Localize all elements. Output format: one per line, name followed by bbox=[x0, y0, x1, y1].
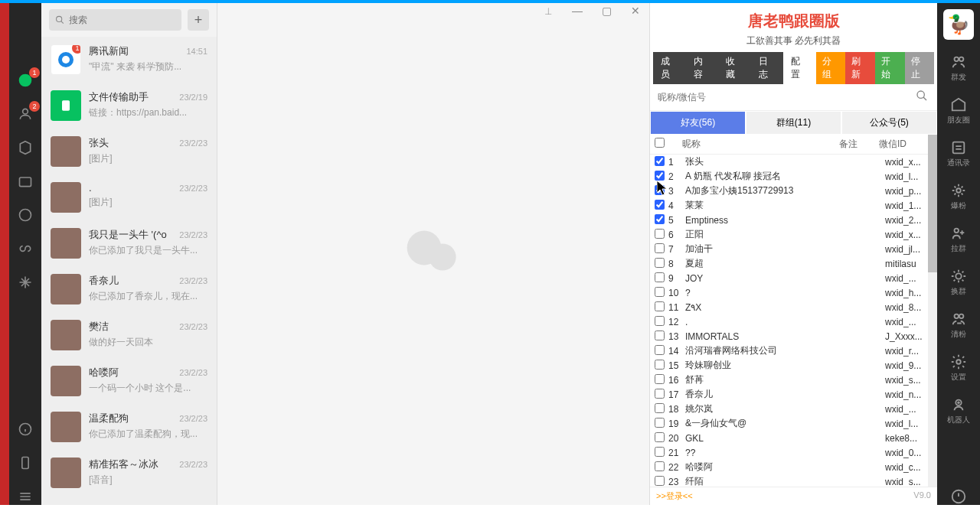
table-row[interactable]: 7加油干wxid_jl... bbox=[650, 242, 937, 256]
row-checkbox[interactable] bbox=[655, 272, 665, 282]
table-row[interactable]: 15玲妹聊创业wxid_9... bbox=[650, 358, 937, 373]
table-row[interactable]: 4莱莱wxid_1... bbox=[650, 198, 937, 213]
folder-icon[interactable] bbox=[17, 173, 34, 190]
table-row[interactable]: 8夏超mitilasu bbox=[650, 256, 937, 271]
select-all-checkbox[interactable] bbox=[655, 138, 665, 148]
row-checkbox[interactable] bbox=[655, 476, 665, 486]
minimize-icon[interactable]: — bbox=[570, 5, 585, 17]
filter-input[interactable] bbox=[655, 89, 911, 106]
right-nav-item[interactable]: 通讯录 bbox=[947, 139, 970, 168]
contacts-icon[interactable]: 2 bbox=[17, 106, 34, 122]
row-checkbox[interactable] bbox=[655, 403, 665, 413]
right-nav-item[interactable]: 清粉 bbox=[950, 311, 967, 340]
row-checkbox[interactable] bbox=[655, 316, 665, 326]
row-checkbox[interactable] bbox=[655, 432, 665, 442]
row-checkbox[interactable] bbox=[655, 200, 665, 210]
power-icon[interactable] bbox=[950, 488, 967, 505]
tab-members[interactable]: 成员 bbox=[653, 52, 686, 84]
row-checkbox[interactable] bbox=[655, 389, 665, 399]
row-checkbox[interactable] bbox=[655, 301, 665, 311]
row-checkbox[interactable] bbox=[655, 447, 665, 457]
close-icon[interactable]: ✕ bbox=[628, 5, 643, 17]
table-row[interactable]: 14沿河瑞睿网络科技公司wxid_r... bbox=[650, 344, 937, 358]
subtab-friends[interactable]: 好友(56) bbox=[650, 111, 746, 135]
info-icon[interactable] bbox=[17, 421, 34, 438]
subtab-public[interactable]: 公众号(5) bbox=[841, 111, 937, 135]
row-checkbox[interactable] bbox=[655, 243, 665, 253]
cube-icon[interactable] bbox=[17, 139, 34, 156]
right-nav-item[interactable]: 换群 bbox=[950, 268, 967, 297]
chat-item[interactable]: 精准拓客～冰冰23/2/23[语音] bbox=[41, 450, 217, 496]
table-row[interactable]: 12.wxid_... bbox=[650, 314, 937, 329]
login-link[interactable]: >>登录<< bbox=[656, 490, 693, 502]
row-checkbox[interactable] bbox=[655, 185, 665, 195]
row-checkbox[interactable] bbox=[655, 374, 665, 384]
search-input[interactable] bbox=[69, 15, 175, 25]
maximize-icon[interactable]: ▢ bbox=[599, 5, 614, 17]
search-box[interactable] bbox=[49, 9, 181, 31]
right-nav-item[interactable]: 拉群 bbox=[950, 225, 967, 254]
row-checkbox[interactable] bbox=[655, 461, 665, 471]
table-row[interactable]: 17香奈儿wxid_n... bbox=[650, 387, 937, 402]
add-button[interactable]: + bbox=[188, 9, 209, 31]
chat-item[interactable]: .23/2/23[图片] bbox=[41, 174, 217, 220]
table-row[interactable]: 6正阳wxid_x... bbox=[650, 227, 937, 242]
table-row[interactable]: 3A加多宝小姨15137729913wxid_p... bbox=[650, 184, 937, 198]
phone-icon[interactable] bbox=[17, 454, 34, 471]
table-row[interactable]: 1张头wxid_x... bbox=[650, 155, 937, 169]
group-button[interactable]: 分组 bbox=[816, 52, 846, 84]
right-nav-item[interactable]: 机器人 bbox=[947, 396, 970, 425]
menu-icon[interactable] bbox=[17, 488, 34, 505]
table-row[interactable]: 11Z٩Xwxid_8... bbox=[650, 300, 937, 314]
start-button[interactable]: 开始 bbox=[875, 52, 905, 84]
chat-item[interactable]: 香奈儿23/2/23你已添加了香奈儿，现在... bbox=[41, 266, 217, 312]
table-row[interactable]: 20GKLkeke8... bbox=[650, 431, 937, 445]
chat-icon[interactable]: 1 bbox=[17, 72, 34, 89]
table-row[interactable]: 22哈喽阿wxid_c... bbox=[650, 460, 937, 474]
table-row[interactable]: 2A 奶瓶 代发私聊 接冠名wxid_l... bbox=[650, 169, 937, 184]
chat-item[interactable]: 张头23/2/23[图片] bbox=[41, 129, 217, 174]
row-checkbox[interactable] bbox=[655, 214, 665, 224]
chat-item[interactable]: 哈喽阿23/2/23一个码一个小时 这个是... bbox=[41, 358, 217, 404]
table-row[interactable]: 10?wxid_h... bbox=[650, 285, 937, 300]
row-checkbox[interactable] bbox=[655, 331, 665, 340]
miniprogram-icon[interactable] bbox=[17, 240, 34, 257]
tab-favorites[interactable]: 收藏 bbox=[718, 52, 751, 84]
right-nav-item[interactable]: 爆粉 bbox=[950, 182, 967, 211]
tab-logs[interactable]: 日志 bbox=[751, 52, 784, 84]
table-row[interactable]: 19&一身仙女气@wxid_l... bbox=[650, 416, 937, 431]
scrollbar-thumb[interactable] bbox=[928, 135, 937, 272]
right-nav-item[interactable]: 设置 bbox=[950, 353, 967, 383]
row-checkbox[interactable] bbox=[655, 258, 665, 268]
pin-icon[interactable]: ⟂ bbox=[541, 5, 556, 17]
row-checkbox[interactable] bbox=[655, 156, 665, 166]
row-checkbox[interactable] bbox=[655, 418, 665, 428]
table-row[interactable]: 23纤陌wxid_s... bbox=[650, 474, 937, 487]
table-row[interactable]: 16舒苒wxid_s... bbox=[650, 373, 937, 387]
moments-icon[interactable] bbox=[17, 207, 34, 223]
refresh-button[interactable]: 刷新 bbox=[845, 52, 875, 84]
row-checkbox[interactable] bbox=[655, 360, 665, 370]
table-row[interactable]: 9JOYwxid_... bbox=[650, 271, 937, 285]
chat-item[interactable]: 我只是一头牛 '(^o23/2/23你已添加了我只是一头牛... bbox=[41, 220, 217, 266]
star-icon[interactable] bbox=[17, 274, 34, 291]
subtab-groups[interactable]: 群组(11) bbox=[746, 111, 841, 135]
tab-config[interactable]: 配置 bbox=[783, 52, 816, 84]
right-nav-item[interactable]: 群发 bbox=[950, 54, 967, 83]
table-row[interactable]: 5Emptinesswxid_2... bbox=[650, 213, 937, 227]
table-row[interactable]: 13IMMORTALSJ_Xxxx... bbox=[650, 329, 937, 344]
chat-item[interactable]: 文件传输助手23/2/19链接：https://pan.baid... bbox=[41, 83, 217, 129]
chat-item[interactable]: 1腾讯新闻14:51"甲流" 来袭 科学预防... bbox=[41, 37, 217, 83]
chat-item[interactable]: 樊洁23/2/23做的好一天回本 bbox=[41, 312, 217, 358]
table-row[interactable]: 21??wxid_0... bbox=[650, 445, 937, 460]
row-checkbox[interactable] bbox=[655, 171, 665, 181]
filter-search-icon[interactable] bbox=[911, 90, 933, 105]
stop-button[interactable]: 停止 bbox=[905, 52, 935, 84]
chat-item[interactable]: 温柔配狗23/2/23你已添加了温柔配狗，现... bbox=[41, 404, 217, 450]
table-row[interactable]: 18姚尔岚wxid_... bbox=[650, 402, 937, 416]
row-checkbox[interactable] bbox=[655, 287, 665, 297]
tab-content[interactable]: 内容 bbox=[686, 52, 719, 84]
row-checkbox[interactable] bbox=[655, 345, 665, 355]
right-nav-item[interactable]: 朋友圈 bbox=[947, 96, 970, 125]
row-checkbox[interactable] bbox=[655, 229, 665, 239]
